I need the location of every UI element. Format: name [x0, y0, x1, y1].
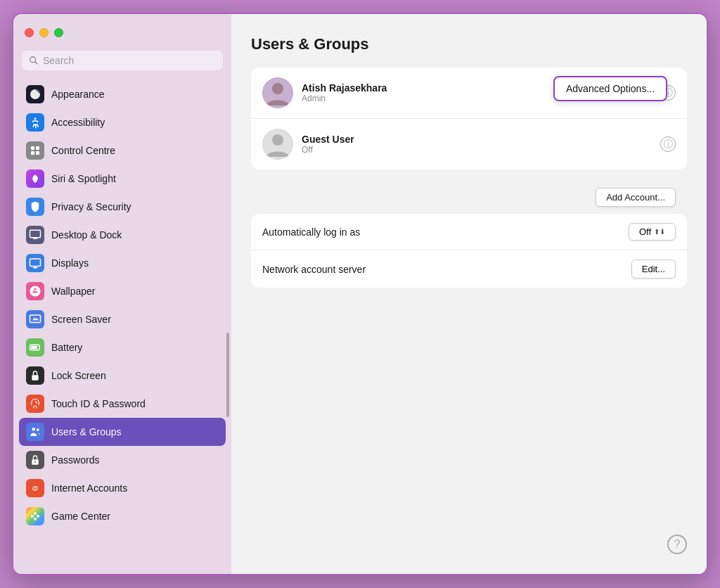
accessibility-icon: [26, 113, 44, 132]
main-window: Search Appearance Accessibility Control: [12, 13, 708, 575]
sidebar-label-siri: Siri & Spotlight: [51, 173, 116, 184]
svg-point-19: [37, 428, 39, 431]
svg-point-26: [37, 515, 39, 518]
sidebar-item-wallpaper[interactable]: Wallpaper: [19, 277, 226, 305]
sidebar-item-control[interactable]: Control Centre: [19, 136, 226, 165]
appearance-icon: [26, 85, 44, 103]
svg-rect-16: [31, 346, 37, 350]
svg-point-31: [272, 134, 283, 146]
svg-point-18: [32, 428, 36, 431]
screensaver-icon: [26, 310, 44, 328]
svg-rect-6: [31, 151, 34, 155]
privacy-icon: [26, 198, 44, 216]
scrollbar-track: [226, 98, 230, 567]
settings-panel: Automatically log in as Off ⬆⬇ Network a…: [251, 214, 687, 288]
sidebar-item-gamecenter[interactable]: Game Center: [19, 502, 226, 530]
svg-rect-17: [32, 375, 38, 380]
sidebar-item-appearance[interactable]: Appearance: [19, 80, 226, 108]
sidebar-label-users: Users & Groups: [51, 426, 122, 437]
auto-login-row: Automatically log in as Off ⬆⬇: [251, 214, 687, 250]
user-row-admin[interactable]: Atish Rajasekhara Admin Advanced Options…: [251, 68, 687, 119]
sidebar-label-appearance: Appearance: [51, 89, 105, 100]
avatar-guest: [262, 129, 293, 160]
sidebar-label-displays: Displays: [51, 257, 89, 269]
close-button[interactable]: [25, 28, 34, 37]
page-title: Users & Groups: [251, 35, 687, 53]
advanced-options-label: Advanced Options...: [566, 83, 655, 94]
sidebar-label-desktop: Desktop & Dock: [51, 229, 122, 241]
add-account-row: Add Account...: [251, 181, 687, 214]
sidebar-item-screensaver[interactable]: Screen Saver: [19, 305, 226, 333]
search-placeholder: Search: [43, 55, 74, 66]
control-icon: [26, 141, 44, 160]
sidebar-item-battery[interactable]: Battery: [19, 333, 226, 362]
sidebar-item-privacy[interactable]: Privacy & Security: [19, 193, 226, 221]
sidebar-label-lockscreen: Lock Screen: [51, 370, 106, 381]
svg-point-0: [30, 57, 36, 63]
main-content: Users & Groups Atish Rajasekhara Admin: [231, 14, 707, 574]
wallpaper-icon: [26, 282, 44, 300]
sidebar-label-passwords: Passwords: [51, 454, 99, 466]
svg-line-1: [35, 62, 38, 65]
auto-login-stepper[interactable]: Off ⬆⬇: [629, 223, 676, 241]
network-server-label: Network account server: [262, 264, 631, 275]
passwords-icon: [26, 451, 44, 469]
internet-icon: @: [26, 479, 44, 497]
sidebar-label-screensaver: Screen Saver: [51, 314, 111, 325]
sidebar-item-siri[interactable]: Siri & Spotlight: [19, 165, 226, 193]
stepper-value: Off: [639, 226, 651, 237]
user-row-guest[interactable]: Guest User Off ⓘ: [251, 119, 687, 170]
sidebar: Search Appearance Accessibility Control: [13, 14, 231, 574]
user-name-guest: Guest User: [302, 134, 655, 145]
maximize-button[interactable]: [54, 28, 63, 37]
scrollbar-thumb: [226, 333, 229, 417]
network-edit-button[interactable]: Edit...: [631, 260, 676, 279]
users-icon: [26, 423, 44, 441]
sidebar-item-displays[interactable]: Displays: [19, 249, 226, 277]
help-button[interactable]: ?: [667, 535, 687, 554]
sidebar-item-lockscreen[interactable]: Lock Screen: [19, 362, 226, 390]
users-panel: Atish Rajasekhara Admin Advanced Options…: [251, 68, 687, 170]
sidebar-item-desktop[interactable]: Desktop & Dock: [19, 221, 226, 249]
minimize-button[interactable]: [39, 28, 49, 37]
info-icon-guest[interactable]: ⓘ: [660, 136, 676, 152]
search-bar[interactable]: Search: [22, 51, 223, 70]
lockscreen-icon: [26, 366, 44, 385]
svg-rect-11: [30, 259, 41, 267]
sidebar-label-internet: Internet Accounts: [51, 482, 127, 494]
sidebar-item-internet[interactable]: @ Internet Accounts: [19, 474, 226, 502]
user-role-guest: Off: [302, 145, 655, 155]
sidebar-label-accessibility: Accessibility: [51, 117, 105, 128]
auto-login-label: Automatically log in as: [262, 226, 629, 238]
svg-point-21: [34, 461, 36, 463]
sidebar-label-privacy: Privacy & Security: [51, 201, 131, 212]
touchid-icon: [26, 395, 44, 413]
sidebar-item-users[interactable]: Users & Groups: [19, 418, 226, 446]
advanced-options-popup[interactable]: Advanced Options...: [553, 76, 667, 101]
sidebar-label-touchid: Touch ID & Password: [51, 398, 146, 409]
battery-icon: [26, 338, 44, 357]
svg-point-3: [34, 117, 37, 120]
sidebar-item-accessibility[interactable]: Accessibility: [19, 108, 226, 136]
sidebar-item-touchid[interactable]: Touch ID & Password: [19, 390, 226, 418]
sidebar-label-gamecenter: Game Center: [51, 511, 110, 522]
stepper-arrows-icon: ⬆⬇: [654, 228, 665, 236]
titlebar: [13, 14, 231, 51]
gamecenter-icon: [26, 507, 44, 525]
svg-rect-4: [31, 146, 34, 150]
add-account-button[interactable]: Add Account...: [596, 188, 676, 207]
svg-point-25: [34, 512, 37, 515]
svg-point-29: [272, 83, 283, 94]
sidebar-list: Appearance Accessibility Control Centre …: [13, 77, 231, 574]
avatar-atish: [262, 77, 293, 108]
svg-rect-7: [36, 151, 39, 155]
user-info-guest: Guest User Off: [302, 134, 655, 155]
svg-text:@: @: [32, 485, 39, 492]
sidebar-label-wallpaper: Wallpaper: [51, 286, 96, 297]
sidebar-item-passwords[interactable]: Passwords: [19, 446, 226, 474]
svg-rect-8: [30, 230, 41, 238]
network-server-value: Edit...: [631, 260, 676, 279]
svg-point-27: [34, 518, 37, 520]
siri-icon: [26, 170, 44, 188]
network-server-row: Network account server Edit...: [251, 250, 687, 288]
